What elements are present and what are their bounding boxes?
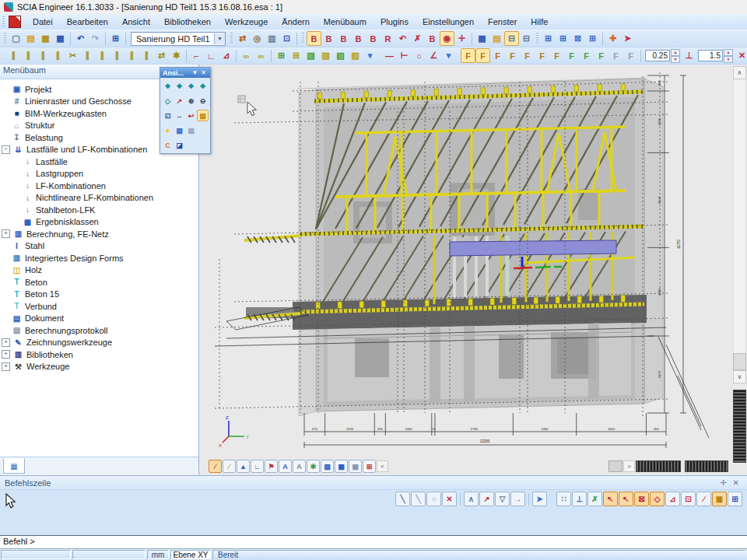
member-labels-icon[interactable]: A <box>279 460 292 473</box>
zoom-selection-icon[interactable]: ↩ <box>185 110 197 121</box>
node-labels-icon[interactable]: A <box>293 460 306 473</box>
scroll-right-button[interactable]: > <box>623 460 635 472</box>
scroll-down-button[interactable]: ∨ <box>733 370 746 383</box>
snap-line-icon[interactable]: ╲ <box>395 492 410 506</box>
snap-length-icon[interactable]: ∕ <box>696 492 711 506</box>
menu-item-werkzeuge[interactable]: Werkzeuge <box>218 16 275 28</box>
tree-item-lastfalle[interactable]: ↓Lastfälle <box>0 156 198 168</box>
draw-angle-icon[interactable]: ∠ <box>426 48 441 63</box>
menu-item-bearbeiten[interactable]: Bearbeiten <box>60 16 115 28</box>
viewport-3d[interactable]: 4751135250106074179014501600455 58123063… <box>199 65 747 475</box>
draw-dimension-icon[interactable]: ⊢ <box>397 48 412 63</box>
disconnect-members-icon[interactable]: ∟ <box>204 48 219 63</box>
divide-member-icon[interactable]: ∥ <box>95 48 110 63</box>
snap-filter-icon[interactable]: ▽ <box>495 492 510 506</box>
activity-off-icon[interactable]: ✗ <box>410 31 425 46</box>
import-model-icon[interactable]: ⇄ <box>235 31 250 46</box>
horizontal-resize-bar-2[interactable] <box>685 460 728 472</box>
vertical-scroll-thumb[interactable] <box>733 353 746 370</box>
local-axes-icon[interactable]: ∟ <box>251 460 264 473</box>
snap-delete-icon[interactable]: ✕ <box>442 492 457 506</box>
new-document-icon[interactable]: ▢ <box>9 31 23 46</box>
show-volumes-icon[interactable]: ▲ <box>237 460 250 473</box>
view-axonometric-icon[interactable]: ❖ <box>162 80 174 92</box>
snap-intersection-icon[interactable]: ⊠ <box>634 492 649 506</box>
pin-icon[interactable]: ✛ <box>717 478 729 487</box>
snap-midpoint-icon[interactable]: ↖ <box>619 492 633 506</box>
project-dropdown-arrow-icon[interactable]: ▼ <box>214 33 225 44</box>
cursor-snap-settings-icon[interactable]: ➤ <box>532 492 547 506</box>
tree-item-ergebnisklassen[interactable]: ▦Ergebnisklassen <box>0 216 198 229</box>
view-top-icon[interactable]: ❖ <box>197 80 209 92</box>
display-sets-icon[interactable]: ▦ <box>475 31 489 46</box>
connect-members-icon[interactable]: ⌐ <box>189 48 204 63</box>
tree-item-lf-kombinationen[interactable]: ↓LF-Kombinationen <box>0 180 198 192</box>
snap-arc-icon[interactable]: ○ <box>426 492 441 506</box>
activity-members-icon[interactable]: B <box>366 31 381 46</box>
zoom-in-icon[interactable]: ⊕ <box>185 95 197 107</box>
undo-icon[interactable]: ↶ <box>73 31 88 46</box>
visibility-filter-off-icon[interactable]: ⊟ <box>519 31 534 46</box>
cross-link-icon[interactable]: ∞ <box>239 48 254 63</box>
member-info-icon[interactable]: ⊡ <box>279 31 294 46</box>
tree-item-dokument[interactable]: ▤Dokument <box>0 313 198 325</box>
reset-scale-icon[interactable]: ✕ <box>735 48 747 63</box>
view-front-icon[interactable]: ❖ <box>174 80 185 92</box>
ansicht-close-icon[interactable]: ✕ <box>199 69 208 76</box>
grid-settings-icon[interactable]: ⊞ <box>363 460 376 473</box>
menu-item-einstellungen[interactable]: Einstellungen <box>416 16 481 28</box>
props-copy-icon[interactable]: ▨ <box>333 48 348 63</box>
show-labels-icon[interactable]: ⚑ <box>265 460 278 473</box>
tree-item-berechnungsprotokoll[interactable]: ▤Berechnungsprotokoll <box>0 324 198 337</box>
tree-item-verbund[interactable]: TVerbund <box>0 300 198 313</box>
extend-member-icon[interactable]: ∥ <box>80 48 95 63</box>
join-member-icon[interactable]: ∥ <box>110 48 124 63</box>
load-display-spinner[interactable]: 1.5▲▼ <box>698 49 733 63</box>
check-structure-icon[interactable]: ⊿ <box>219 48 233 63</box>
dot-grid-icon[interactable]: ∷ <box>556 492 571 506</box>
save-all-icon[interactable]: ▦ <box>38 31 53 46</box>
close-icon[interactable]: ✕ <box>730 478 742 487</box>
toolbar-grip[interactable] <box>302 33 304 44</box>
menu-item-andern[interactable]: Ändern <box>275 16 316 28</box>
label-style-12-icon[interactable]: F <box>623 48 638 63</box>
close-windows-icon[interactable]: ⊞ <box>585 31 600 46</box>
fly-through-icon[interactable]: ➤ <box>620 31 635 46</box>
scale-factor-spinner-up-icon[interactable]: ▲ <box>671 49 680 56</box>
lightbulb-icon[interactable]: ● <box>162 124 174 136</box>
menubaum-tab[interactable]: ▦ <box>3 458 25 474</box>
rotate-member-icon[interactable]: ∥ <box>36 48 51 63</box>
storeys-icon[interactable]: ▥ <box>265 31 279 46</box>
activity-supports-icon[interactable]: R <box>381 31 395 46</box>
new-window-icon[interactable]: ⊞ <box>541 31 556 46</box>
scale-factor-spinner-down-icon[interactable]: ▼ <box>671 56 680 63</box>
menu-item-hilfe[interactable]: Hilfe <box>524 16 555 28</box>
tree-item-stahlbeton-lfk[interactable]: ↓Stahlbeton-LFK <box>0 204 198 216</box>
vertical-scroll-track[interactable] <box>733 79 746 353</box>
horizontal-resize-bar-1[interactable] <box>636 460 681 472</box>
trim-member-icon[interactable]: ✂ <box>65 48 80 63</box>
load-display-spinner-up-icon[interactable]: ▲ <box>724 49 733 56</box>
active-layers-icon[interactable]: ▨ <box>197 110 209 121</box>
paste-attributes-icon[interactable]: ▧ <box>318 48 333 63</box>
activity-nodes-icon[interactable]: B <box>425 31 440 46</box>
stretch-member-icon[interactable]: ∥ <box>139 48 154 63</box>
project-dropdown[interactable]: Sanierung HD Teil1▼ <box>131 32 226 46</box>
snap-calculator-icon[interactable]: ▦ <box>712 492 727 506</box>
label-style-4-icon[interactable]: F <box>505 48 520 63</box>
label-style-3-icon[interactable]: F <box>490 48 505 63</box>
rendered-mode-icon[interactable]: ∕ <box>223 460 236 473</box>
view-parameters-icon[interactable]: ▦ <box>335 460 348 473</box>
copy-member-icon[interactable]: ∥ <box>21 48 36 63</box>
open-project-icon[interactable]: ▤ <box>23 31 38 46</box>
tree-expand-plus-icon[interactable]: + <box>2 362 10 371</box>
zoom-all-icon[interactable]: ↔ <box>174 110 185 121</box>
tree-item-beton-15[interactable]: TBeton 15 <box>0 289 198 301</box>
activity-loads-icon[interactable]: ↶ <box>395 31 410 46</box>
snap-endpoint-icon[interactable]: ↖ <box>603 492 618 506</box>
activity-beams-icon[interactable]: B <box>307 31 321 46</box>
clean-model-icon[interactable]: ✚ <box>605 31 620 46</box>
document-preview-icon[interactable]: ◎ <box>250 31 265 46</box>
cascade-windows-icon[interactable]: ⊠ <box>570 31 585 46</box>
status-plane[interactable]: Ebene XY <box>170 550 211 559</box>
